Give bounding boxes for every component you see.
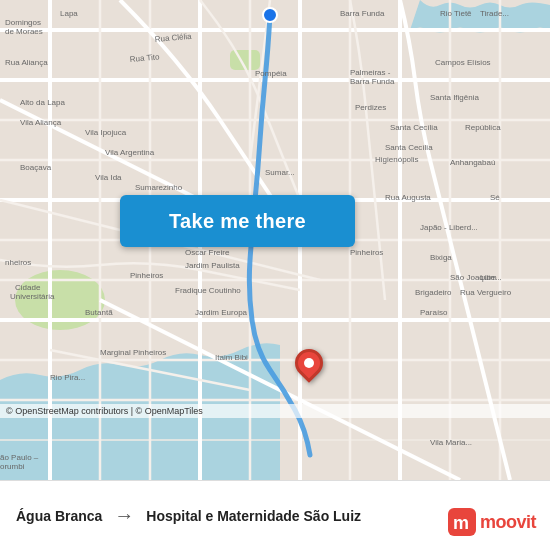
svg-text:Jardim Paulista: Jardim Paulista — [185, 261, 240, 270]
map-attribution: © OpenStreetMap contributors | © OpenMap… — [0, 404, 550, 418]
arrow-icon: → — [114, 504, 134, 527]
svg-text:Domingos: Domingos — [5, 18, 41, 27]
svg-text:Itaim Bibi: Itaim Bibi — [215, 353, 248, 362]
svg-text:Pinheiros: Pinheiros — [130, 271, 163, 280]
svg-text:Brigadeiro: Brigadeiro — [415, 288, 452, 297]
svg-text:Pompéia: Pompéia — [255, 69, 287, 78]
svg-point-25 — [263, 8, 277, 22]
svg-text:Butantã: Butantã — [85, 308, 113, 317]
svg-text:Marginal Pinheiros: Marginal Pinheiros — [100, 348, 166, 357]
svg-text:Anhangabaú: Anhangabaú — [450, 158, 495, 167]
svg-text:Vila Maria...: Vila Maria... — [430, 438, 472, 447]
svg-text:m: m — [453, 513, 469, 533]
svg-text:Universitária: Universitária — [10, 292, 55, 301]
svg-text:Sé: Sé — [490, 193, 500, 202]
svg-text:de Moraes: de Moraes — [5, 27, 43, 36]
svg-text:Libe...: Libe... — [480, 273, 502, 282]
svg-text:Jardim Europa: Jardim Europa — [195, 308, 248, 317]
svg-text:Vila Argentina: Vila Argentina — [105, 148, 155, 157]
moovit-text: moovit — [480, 512, 536, 533]
svg-text:Oscar Freire: Oscar Freire — [185, 248, 230, 257]
svg-text:Barra Funda: Barra Funda — [340, 9, 385, 18]
svg-text:Lapa: Lapa — [60, 9, 78, 18]
svg-text:Sumar...: Sumar... — [265, 168, 295, 177]
svg-text:Rua Vergueiro: Rua Vergueiro — [460, 288, 512, 297]
destination-label: Hospital e Maternidade São Luiz — [146, 508, 361, 524]
svg-text:Bixiga: Bixiga — [430, 253, 452, 262]
moovit-logo: m moovit — [448, 508, 536, 536]
svg-text:orumbi: orumbi — [0, 462, 25, 471]
svg-text:nheiros: nheiros — [5, 258, 31, 267]
map-container: Rua Clélia Rua Tito Domingos de Moraes R… — [0, 0, 550, 480]
svg-text:Paraíso: Paraíso — [420, 308, 448, 317]
svg-text:Perdizes: Perdizes — [355, 103, 386, 112]
svg-text:Rio Pira...: Rio Pira... — [50, 373, 85, 382]
svg-text:Sumarezinho: Sumarezinho — [135, 183, 183, 192]
svg-text:Pinheiros: Pinheiros — [350, 248, 383, 257]
svg-text:Santa Cecília: Santa Cecília — [385, 143, 433, 152]
svg-text:Rua Aliança: Rua Aliança — [5, 58, 48, 67]
svg-text:Vila Ida: Vila Ida — [95, 173, 122, 182]
svg-text:Palmeiras -: Palmeiras - — [350, 68, 391, 77]
svg-text:Boaçava: Boaçava — [20, 163, 52, 172]
svg-text:Campos Elísios: Campos Elísios — [435, 58, 491, 67]
bottom-bar: Água Branca → Hospital e Maternidade São… — [0, 480, 550, 550]
svg-text:Barra Funda: Barra Funda — [350, 77, 395, 86]
svg-text:Japão - Liberd...: Japão - Liberd... — [420, 223, 478, 232]
svg-text:Cidade: Cidade — [15, 283, 41, 292]
svg-text:Santa Cecília: Santa Cecília — [390, 123, 438, 132]
svg-text:Higienópolis: Higienópolis — [375, 155, 419, 164]
svg-text:Vila Ipojuca: Vila Ipojuca — [85, 128, 127, 137]
svg-text:Rio Tietê: Rio Tietê — [440, 9, 472, 18]
take-me-there-button[interactable]: Take me there — [120, 195, 355, 247]
svg-text:ão Paulo –: ão Paulo – — [0, 453, 39, 462]
moovit-icon: m — [448, 508, 476, 536]
destination-pin — [295, 349, 323, 385]
svg-text:Alto da Lapa: Alto da Lapa — [20, 98, 65, 107]
svg-text:Tirade...: Tirade... — [480, 9, 509, 18]
svg-text:Rua Augusta: Rua Augusta — [385, 193, 431, 202]
svg-text:Vila Aliança: Vila Aliança — [20, 118, 62, 127]
svg-text:Santa Ifigênia: Santa Ifigênia — [430, 93, 479, 102]
svg-text:Fradique Coutinho: Fradique Coutinho — [175, 286, 241, 295]
svg-text:República: República — [465, 123, 501, 132]
origin-label: Água Branca — [16, 508, 102, 524]
